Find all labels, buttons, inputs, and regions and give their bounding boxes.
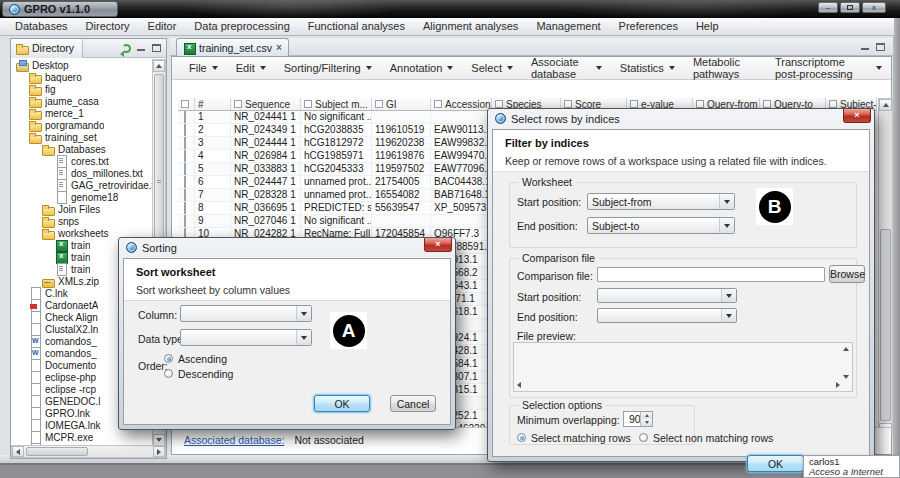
row-checkbox[interactable] [184,137,186,149]
column-checkbox[interactable] [304,100,312,108]
comparison-start-dropdown[interactable] [597,288,737,303]
column-checkbox[interactable] [829,100,837,108]
column-header--[interactable]: # [195,98,231,110]
ascending-radio[interactable] [164,354,173,363]
tree-item[interactable]: training_set [12,131,153,143]
tree-item-label: IOMEGA.lnk [45,420,101,431]
toolbar-menu-file[interactable]: File [180,58,227,78]
menu-item-databases[interactable]: Databases [6,18,77,35]
sorting-dialog-titlebar[interactable]: Sorting × [119,238,455,257]
start-position-dropdown[interactable]: Subject-from [587,193,735,210]
row-checkbox[interactable] [184,176,186,188]
datatype-dropdown[interactable] [180,329,312,346]
tree-item[interactable]: Join Files [12,203,153,215]
associated-database-link[interactable]: Associated database: [184,434,284,446]
refresh-icon[interactable] [122,44,131,53]
tree-item[interactable]: GAG_retroviridae.txt [12,179,153,191]
spinner-down-icon[interactable] [641,419,652,426]
menu-item-editor[interactable]: Editor [139,18,186,35]
select-rows-dialog-titlebar[interactable]: Select rows by indices × [488,109,874,128]
column-checkbox[interactable] [234,100,242,108]
maximize-panel-icon[interactable] [152,44,161,52]
cancel-button[interactable]: Cancel [390,395,436,412]
maximize-editor-icon[interactable] [876,43,885,51]
toolbar-menu-statistics[interactable]: Statistics [611,58,684,78]
menu-item-preferences[interactable]: Preferences [610,18,687,35]
spinner-up-icon[interactable] [641,412,652,419]
column-checkbox[interactable] [763,100,771,108]
tree-item[interactable]: cores.txt [12,155,153,167]
toolbar-menu-select[interactable]: Select [462,58,522,78]
toolbar-menu-transcriptome-post-processing[interactable]: Transcriptome post-processing [766,58,891,78]
column-checkbox[interactable] [375,100,383,108]
comparison-end-dropdown[interactable] [597,308,737,323]
tree-item[interactable]: jaume_casa [12,95,153,107]
folder-icon [29,95,41,107]
tab-close-icon[interactable]: × [276,42,282,53]
toolbar-menu-associate-database[interactable]: Associate database [522,58,611,78]
window-close-button[interactable]: x [862,2,886,13]
file-icon [29,323,41,335]
ok-button[interactable]: OK [314,395,370,412]
tree-item-label: eclipse-php [45,372,96,383]
browse-button[interactable]: Browse [829,265,865,283]
menu-item-management[interactable]: Management [527,18,609,35]
minimize-panel-icon[interactable] [137,44,146,52]
menu-item-functional-analyses[interactable]: Functional analyses [299,18,414,35]
file-preview-box[interactable] [513,342,853,392]
row-checkbox[interactable] [184,124,186,136]
tree-item[interactable]: merce_1 [12,107,153,119]
tree-item[interactable]: MCPR.exe [12,431,153,443]
descending-radio[interactable] [164,369,173,378]
tree-item[interactable]: Databases [12,143,153,155]
row-checkbox[interactable] [184,202,186,214]
sorting-dialog-close-icon[interactable]: × [424,238,452,252]
tree-item[interactable]: snps [12,215,153,227]
select-rows-dialog-close-icon[interactable]: × [843,109,871,123]
column-checkbox[interactable] [434,100,442,108]
column-header-sequence[interactable]: Sequence [231,98,301,110]
minimum-overlapping-stepper[interactable]: 90 [623,411,653,427]
tree-item[interactable]: dos_millones.txt [12,167,153,179]
menu-item-data-preprocessing[interactable]: Data preprocessing [185,18,298,35]
column-header-gi[interactable]: GI [372,98,431,110]
row-checkbox[interactable] [184,189,186,201]
toolbar-menu-metabolic-pathways[interactable]: Metabolic pathways [684,58,766,78]
select-all-checkbox[interactable] [181,100,189,108]
column-checkbox[interactable] [630,100,638,108]
comparison-file-input[interactable] [597,267,825,282]
tree-item[interactable]: fig [12,83,153,95]
row-checkbox[interactable] [184,163,186,175]
tree-item[interactable]: Desktop [12,59,153,71]
select-non-matching-radio[interactable] [639,433,648,442]
menu-item-alignment-analyses[interactable]: Alignment analyses [414,18,527,35]
table-cell: hCG1985971 [301,150,372,163]
table-vertical-scrollbar[interactable] [878,98,893,436]
ok-button[interactable]: OK [747,455,804,472]
toolbar-menu-annotation[interactable]: Annotation [381,58,463,78]
column-header-subject-m-[interactable]: Subject m... [301,98,372,110]
toolbar-menu-edit[interactable]: Edit [227,58,275,78]
tree-horizontal-scrollbar[interactable] [11,445,166,458]
minimize-editor-icon[interactable] [861,43,870,51]
column-header-accession[interactable]: Accession [431,98,492,110]
window-minimize-button[interactable]: – [818,2,838,13]
column-checkbox[interactable] [495,100,503,108]
column-checkbox[interactable] [564,100,572,108]
tab-training-set-csv[interactable]: training_set.csv × [176,38,289,56]
tree-item[interactable]: baquero [12,71,153,83]
select-matching-radio[interactable] [517,433,526,442]
window-maximize-button[interactable] [840,2,860,13]
menu-item-help[interactable]: Help [687,18,728,35]
row-checkbox[interactable] [184,111,186,123]
row-checkbox[interactable] [184,215,186,227]
menu-item-directory[interactable]: Directory [77,18,139,35]
end-position-dropdown[interactable]: Subject-to [587,217,735,234]
tree-item[interactable]: porgramando [12,119,153,131]
toolbar-menu-sorting-filtering[interactable]: Sorting/Filtering [275,58,381,78]
tree-item[interactable]: genome18 [12,191,153,203]
column-dropdown[interactable] [180,305,312,322]
column-checkbox[interactable] [696,100,704,108]
row-checkbox[interactable] [184,150,186,162]
tab-directory[interactable]: Directory [11,39,83,58]
